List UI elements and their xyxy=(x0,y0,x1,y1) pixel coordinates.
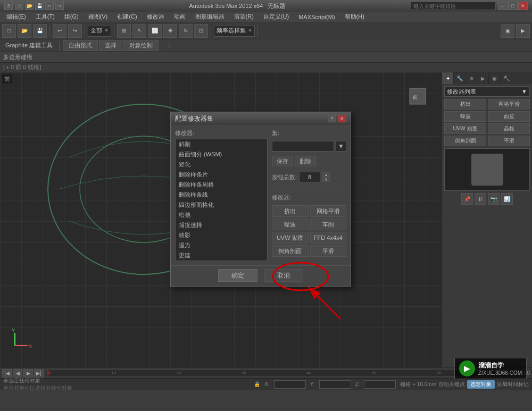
dialog-main-row: 修改器: 斜削 曲面细分 (WSM) 矩化 删除样条片 删除样条周格 删除样条线… xyxy=(175,129,346,261)
dialog-footer: 确定 取消 xyxy=(171,265,351,286)
list-item-meshsmooth[interactable]: 网格平滑 xyxy=(176,261,267,261)
list-item-surface[interactable]: 曲面细分 (WSM) xyxy=(176,149,267,160)
dialog-left-col: 修改器: 斜削 曲面细分 (WSM) 矩化 删除样条片 删除样条周格 删除样条线… xyxy=(175,129,268,261)
dialog-separator1 xyxy=(272,189,346,189)
mod-btn-uvw[interactable]: UVW 贴图 xyxy=(272,232,309,244)
delete-set-button[interactable]: 删除 xyxy=(295,156,316,166)
mod-btn-lathe[interactable]: 车削 xyxy=(310,219,347,230)
spin-down-btn[interactable]: ▼ xyxy=(322,177,330,182)
set-column-label: 集: xyxy=(272,129,346,137)
set-dropdown-arrow[interactable]: ▼ xyxy=(336,141,346,152)
save-delete-row: 保存 删除 xyxy=(272,156,346,166)
modifiers-column-label: 修改器: xyxy=(175,129,268,137)
spin-up-btn[interactable]: ▲ xyxy=(322,172,330,177)
mod-btn-noise[interactable]: 噪波 xyxy=(272,219,309,230)
cancel-button[interactable]: 取消 xyxy=(264,269,303,282)
dialog-right-col: 集: ▼ 保存 删除 按钮总数: ▲ ▼ xyxy=(272,129,346,261)
modifiers-grid-label: 修改器: xyxy=(272,194,346,202)
dialog-close-btn[interactable]: ✕ xyxy=(338,115,346,122)
dialog-help-btn[interactable]: ? xyxy=(328,115,336,122)
button-count-input[interactable] xyxy=(299,172,320,182)
button-count-row: 按钮总数: ▲ ▼ xyxy=(272,172,346,182)
set-input-row: ▼ xyxy=(272,141,346,152)
modifiers-list[interactable]: 斜削 曲面细分 (WSM) 矩化 删除样条片 删除样条周格 删除样条线 四边形面… xyxy=(175,139,268,261)
mod-btn-extrude[interactable]: 挤出 xyxy=(272,205,309,217)
mod-btn-bevel-profile[interactable]: 倒角剖面 xyxy=(272,245,309,257)
configure-modifier-dialog: 配置修改器集 ? ✕ 修改器: 斜削 曲面细分 (WSM) 矩化 删除样条片 xyxy=(170,112,351,287)
confirm-button[interactable]: 确定 xyxy=(218,269,257,282)
set-name-input[interactable] xyxy=(272,141,334,152)
button-count-label: 按钮总数: xyxy=(272,173,297,181)
dialog-title-buttons: ? ✕ xyxy=(328,115,346,122)
dialog-title-text: 配置修改器集 xyxy=(175,114,213,123)
list-item-build[interactable]: 更建 xyxy=(176,250,267,261)
modifier-buttons-section: 挤出 网格平滑 噪波 车削 UVW 贴图 FFD 4x4x4 倒角剖面 平滑 xyxy=(272,205,346,257)
mod-btn-ffd[interactable]: FFD 4x4x4 xyxy=(310,232,347,244)
save-set-button[interactable]: 保存 xyxy=(272,156,293,166)
list-item-quad[interactable]: 四边形面格化 xyxy=(176,200,267,210)
button-count-spinner[interactable]: ▲ ▼ xyxy=(322,172,330,182)
list-item-snap[interactable]: 捕捉选择 xyxy=(176,220,267,230)
list-item-chamfer[interactable]: 斜削 xyxy=(176,139,267,149)
dialog-title-bar: 配置修改器集 ? ✕ xyxy=(171,112,351,125)
dialog-body: 修改器: 斜削 曲面细分 (WSM) 矩化 删除样条片 删除样条周格 删除样条线… xyxy=(171,125,351,265)
mod-btn-meshsmooth[interactable]: 网格平滑 xyxy=(310,205,347,217)
list-item-del-spline-grid[interactable]: 删除样条周格 xyxy=(176,180,267,190)
dialog-overlay: 配置修改器集 ? ✕ 修改器: 斜削 曲面细分 (WSM) 矩化 删除样条片 xyxy=(0,0,532,411)
annotation-arrow-svg xyxy=(298,282,351,324)
list-item-solidify[interactable]: 矩化 xyxy=(176,160,267,170)
list-item-del-spline[interactable]: 删除样条线 xyxy=(176,190,267,200)
list-item-relax[interactable]: 松弛 xyxy=(176,210,267,220)
mod-btn-smooth[interactable]: 平滑 xyxy=(310,245,347,257)
list-item-mirror[interactable]: 映影 xyxy=(176,230,267,240)
list-item-del-spline-patch[interactable]: 删除样条片 xyxy=(176,170,267,180)
list-item-force[interactable]: 握力 xyxy=(176,240,267,250)
